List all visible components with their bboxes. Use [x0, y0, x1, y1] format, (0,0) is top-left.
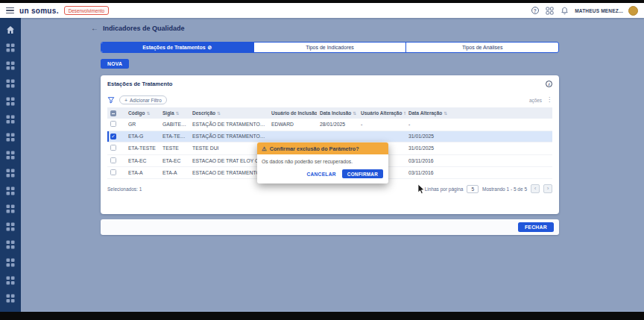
sidebar-item-module[interactable] [6, 168, 16, 178]
filter-funnel-icon[interactable] [107, 96, 115, 104]
sidebar-item-module[interactable] [6, 293, 16, 303]
sidebar-item-module[interactable] [6, 132, 16, 142]
user-avatar[interactable] [628, 6, 638, 16]
card-title: Estações de Tratamento [107, 81, 172, 87]
help-icon[interactable]: ? [530, 6, 540, 16]
info-icon[interactable]: i [546, 81, 552, 87]
sidebar-item-module[interactable] [6, 222, 16, 231]
back-arrow-icon[interactable]: ← [91, 24, 98, 32]
col-header-data-alteracao[interactable]: Data Alteração⇅ [405, 107, 552, 119]
confirm-delete-dialog: ⚠ Confirmar exclusão do Parâmetro? Os da… [257, 142, 388, 183]
warning-icon: ⚠ [262, 145, 267, 152]
card-header: Estações de Tratamento i [101, 75, 559, 92]
table-footer: Selecionados: 1 Linhas por página 5 Most… [107, 184, 552, 193]
confirm-button[interactable]: CONFIRMAR [342, 169, 383, 178]
selected-count: Selecionados: 1 [107, 186, 142, 192]
actions-label[interactable]: ações [529, 98, 542, 103]
app-screen: un somus. Desenvolvimento ? MATHEUS MENE… [0, 0, 644, 320]
row-checkbox[interactable] [110, 169, 116, 175]
bottom-letterbox [0, 312, 644, 320]
sidebar-item-module[interactable] [6, 43, 16, 52]
sort-icon: ⇅ [146, 111, 150, 116]
sidebar-item-module[interactable] [6, 60, 16, 70]
environment-badge: Desenvolvimento [64, 6, 109, 15]
sort-icon: ⇅ [353, 111, 356, 116]
dialog-title: Confirmar exclusão do Parâmetro? [270, 145, 359, 152]
pagination: Linhas por página 5 Mostrando 1 - 5 de 5… [425, 184, 552, 193]
tab-tipos-de-indicadores[interactable]: Tipos de Indicadores [254, 43, 407, 52]
sort-icon: ⇅ [403, 111, 405, 116]
sidebar-item-module[interactable] [6, 239, 16, 249]
tab-bar: Estações de Tratamentos ⊘ Tipos de Indic… [101, 42, 559, 53]
table-row[interactable]: GR GABITESTE ESTAÇÃO DE TRATAMENTO GABI … [107, 119, 552, 131]
rows-per-page-select[interactable]: 5 [467, 185, 479, 193]
sidebar-item-module[interactable] [6, 150, 16, 160]
col-header-descricao[interactable]: Descrição⇅ [189, 107, 268, 119]
sort-icon: ⇅ [217, 111, 221, 116]
table-row-selected[interactable]: ETA-G ETA-TEST ESTAÇÃO DE TRATAMENTO - T… [107, 131, 552, 142]
app-logo: un somus. [19, 7, 59, 15]
new-button[interactable]: NOVA [101, 59, 129, 69]
kebab-menu-icon[interactable]: ⋮ [546, 97, 552, 103]
sidebar-item-module[interactable] [6, 275, 16, 285]
cancel-button[interactable]: CANCELAR [306, 172, 335, 177]
table-header-row: Código⇅ Sigla⇅ Descrição⇅ Usuário de Inc… [107, 107, 552, 119]
col-header-codigo[interactable]: Código⇅ [125, 107, 160, 119]
page-header: ← Indicadores de Qualidade [91, 24, 185, 32]
user-name[interactable]: MATHEUS MENEZ... [575, 8, 623, 13]
tab-tipos-de-analises[interactable]: Tipos de Análises [406, 43, 558, 52]
sidebar-nav [0, 18, 21, 312]
sidebar-item-home[interactable] [6, 25, 16, 34]
apps-grid-icon[interactable] [545, 6, 555, 16]
sidebar-item-module[interactable] [6, 257, 16, 267]
row-checkbox[interactable] [110, 157, 116, 163]
sidebar-item-module[interactable] [6, 114, 16, 124]
prev-page-button[interactable]: ‹ [531, 184, 540, 193]
row-checkbox[interactable] [110, 121, 116, 127]
select-all-checkbox[interactable] [110, 110, 116, 116]
dialog-header: ⚠ Confirmar exclusão do Parâmetro? [257, 142, 388, 154]
sidebar-item-module[interactable] [6, 96, 16, 106]
row-checkbox-checked[interactable] [110, 134, 116, 139]
sidebar-item-module[interactable] [6, 204, 16, 213]
plus-icon: + [124, 98, 127, 103]
col-header-sigla[interactable]: Sigla⇅ [160, 107, 189, 119]
close-button[interactable]: FECHAR [518, 222, 554, 232]
showing-range-label: Mostrando 1 - 5 de 5 [482, 186, 527, 192]
next-page-button[interactable]: › [543, 184, 552, 193]
sidebar-item-module[interactable] [6, 186, 16, 195]
col-header-data-inclusao[interactable]: Data Inclusão⇅ [317, 107, 358, 119]
bottom-action-bar: FECHAR [101, 219, 559, 235]
filter-toolbar: + Adicionar Filtro ações ⋮ [101, 92, 559, 107]
add-filter-button[interactable]: + Adicionar Filtro [119, 95, 167, 104]
sidebar-item-module[interactable] [6, 78, 16, 88]
page-title: Indicadores de Qualidade [103, 25, 185, 32]
tab-status-icon: ⊘ [208, 45, 212, 51]
col-header-usuario-alteracao[interactable]: Usuário Alteração⇅ [358, 107, 405, 119]
tab-estacoes-de-tratamentos[interactable]: Estações de Tratamentos ⊘ [101, 43, 254, 52]
sort-icon: ⇅ [176, 111, 180, 116]
rows-per-page-label: Linhas por página [425, 186, 464, 192]
row-checkbox[interactable] [110, 145, 116, 151]
dialog-message: Os dados não poderão ser recuperados. [257, 154, 388, 167]
bell-icon[interactable] [560, 6, 569, 16]
menu-hamburger-icon[interactable] [6, 7, 14, 14]
dialog-actions: CANCELAR CONFIRMAR [257, 167, 388, 183]
top-bar: un somus. Desenvolvimento ? MATHEUS MENE… [0, 3, 644, 18]
sort-icon: ⇅ [443, 111, 447, 116]
col-header-usuario-inclusao[interactable]: Usuário de Inclusão⇅ [268, 107, 317, 119]
